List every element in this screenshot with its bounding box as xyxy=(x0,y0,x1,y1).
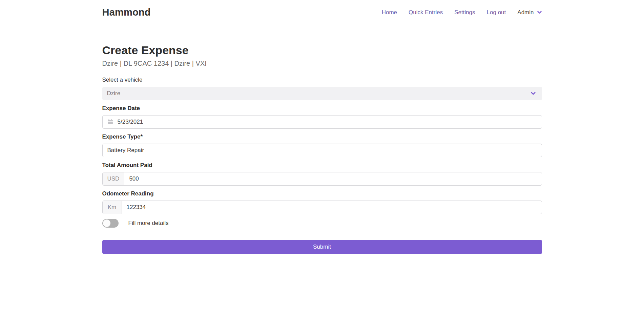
expense-form: Select a vehicle Dzire Expense Date xyxy=(102,77,542,254)
vehicle-select[interactable]: Dzire xyxy=(102,87,542,100)
currency-prefix: USD xyxy=(103,172,125,185)
page-title: Create Expense xyxy=(102,43,542,57)
main-nav: Home Quick Entries Settings Log out Admi… xyxy=(382,9,542,16)
nav-link-logout[interactable]: Log out xyxy=(487,9,506,16)
total-amount-box: USD xyxy=(102,172,542,186)
calendar-icon xyxy=(107,119,113,125)
odometer-input[interactable] xyxy=(122,201,542,214)
unit-prefix: Km xyxy=(103,201,122,214)
chevron-down-icon xyxy=(537,10,542,15)
vehicle-select-label: Select a vehicle xyxy=(102,77,542,83)
navbar: Hammond Home Quick Entries Settings Log … xyxy=(0,0,644,25)
more-details-row: Fill more details xyxy=(102,219,542,228)
admin-dropdown-label: Admin xyxy=(517,9,534,16)
expense-date-field: Expense Date xyxy=(102,105,542,129)
odometer-label: Odometer Reading xyxy=(102,190,542,197)
total-amount-label: Total Amount Paid xyxy=(102,162,542,169)
nav-link-quick-entries[interactable]: Quick Entries xyxy=(409,9,443,16)
admin-dropdown[interactable]: Admin xyxy=(517,9,542,16)
nav-link-home[interactable]: Home xyxy=(382,9,397,16)
toggle-knob xyxy=(103,219,110,227)
odometer-field: Odometer Reading Km xyxy=(102,190,542,214)
vehicle-select-value: Dzire xyxy=(107,90,121,97)
chevron-down-icon xyxy=(531,91,536,96)
nav-link-settings[interactable]: Settings xyxy=(454,9,475,16)
odometer-box: Km xyxy=(102,201,542,214)
total-amount-field: Total Amount Paid USD xyxy=(102,162,542,186)
more-details-toggle[interactable] xyxy=(102,219,119,228)
submit-button[interactable]: Submit xyxy=(102,240,542,254)
vehicle-field: Select a vehicle Dzire xyxy=(102,77,542,100)
expense-type-input[interactable] xyxy=(103,144,542,157)
expense-type-label: Expense Type* xyxy=(102,133,542,140)
more-details-label: Fill more details xyxy=(128,220,169,227)
vehicle-summary: Dzire | DL 9CAC 1234 | Dzire | VXI xyxy=(102,60,542,67)
expense-date-label: Expense Date xyxy=(102,105,542,112)
create-expense-page: Create Expense Dzire | DL 9CAC 1234 | Dz… xyxy=(0,25,644,254)
expense-date-box xyxy=(102,115,542,129)
expense-type-field: Expense Type* xyxy=(102,133,542,157)
brand-logo[interactable]: Hammond xyxy=(102,7,151,18)
total-amount-input[interactable] xyxy=(124,172,541,185)
expense-date-input[interactable] xyxy=(113,116,542,128)
expense-type-box xyxy=(102,144,542,157)
